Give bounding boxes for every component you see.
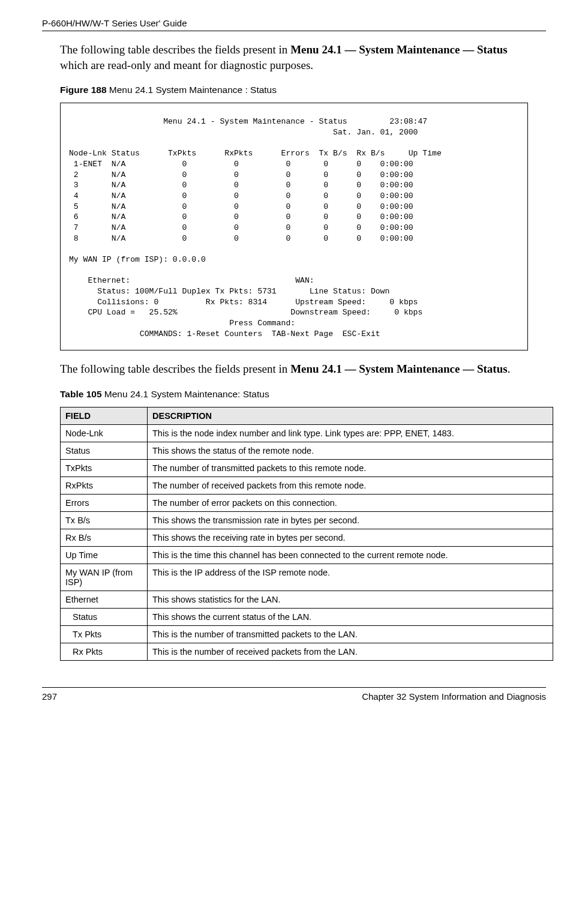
cell-desc: This is the IP address of the ISP remote…: [148, 564, 553, 591]
cell-field: Node-Lnk: [61, 425, 148, 442]
term-header: Node-Lnk Status TxPkts RxPkts Errors Tx …: [69, 149, 442, 158]
cell-desc: This shows the status of the remote node…: [148, 442, 553, 460]
description-table: FIELD DESCRIPTION Node-LnkThis is the no…: [60, 407, 553, 661]
term-wan-ip: My WAN IP (from ISP): 0.0.0.0: [69, 255, 206, 264]
footer-page-number: 297: [42, 691, 57, 702]
term-row-6: 7 N/A 0 0 0 0 0 0:00:00: [69, 223, 413, 232]
table-title: Menu 24.1 System Maintenance: Status: [102, 389, 269, 399]
table-row: Node-LnkThis is the node index number an…: [61, 425, 553, 442]
table-row: Tx PktsThis is the number of transmitted…: [61, 626, 553, 643]
table-lead: Table 105: [60, 389, 102, 399]
page-footer: 297 Chapter 32 System Information and Di…: [42, 687, 546, 702]
cell-desc: This shows the transmission rate in byte…: [148, 512, 553, 529]
term-press: Press Command:: [69, 319, 295, 328]
cell-field: Tx B/s: [61, 512, 148, 529]
para2-before: The following table describes the fields…: [60, 362, 290, 375]
cell-desc: This shows the receiving rate in bytes p…: [148, 529, 553, 547]
table-row: Tx B/sThis shows the transmission rate i…: [61, 512, 553, 529]
cell-field: Status: [61, 442, 148, 460]
table-row: My WAN IP (from ISP)This is the IP addre…: [61, 564, 553, 591]
cell-desc: This shows statistics for the LAN.: [148, 591, 553, 609]
cell-field: Status: [61, 609, 148, 626]
th-field: FIELD: [61, 407, 148, 425]
term-date: Sat. Jan. 01, 2000: [69, 128, 418, 137]
cell-desc: This is the time this channel has been c…: [148, 547, 553, 564]
term-row-4: 5 N/A 0 0 0 0 0 0:00:00: [69, 202, 413, 211]
th-desc: DESCRIPTION: [148, 407, 553, 425]
paragraph-2: The following table describes the fields…: [60, 361, 528, 377]
table-header-row: FIELD DESCRIPTION: [61, 407, 553, 425]
terminal-box: Menu 24.1 - System Maintenance - Status …: [60, 103, 528, 350]
term-row-5: 6 N/A 0 0 0 0 0 0:00:00: [69, 212, 413, 221]
footer-chapter: Chapter 32 System Information and Diagno…: [362, 691, 546, 702]
term-eth-hdr: Ethernet: WAN:: [69, 276, 314, 285]
cell-field: Ethernet: [61, 591, 148, 609]
table-row: TxPktsThe number of transmitted packets …: [61, 460, 553, 477]
para1-before: The following table describes the fields…: [60, 43, 290, 56]
para2-after: .: [508, 362, 511, 375]
cell-field: Rx B/s: [61, 529, 148, 547]
table-caption: Table 105 Menu 24.1 System Maintenance: …: [60, 389, 528, 400]
cell-field: RxPkts: [61, 477, 148, 495]
paragraph-1: The following table describes the fields…: [60, 42, 528, 73]
cell-field: Tx Pkts: [61, 626, 148, 643]
cell-desc: The number of transmitted packets to thi…: [148, 460, 553, 477]
cell-desc: This is the number of transmitted packet…: [148, 626, 553, 643]
cell-desc: This shows the current status of the LAN…: [148, 609, 553, 626]
running-head: P-660H/HW/W-T Series User' Guide: [42, 14, 546, 31]
cell-desc: The number of received packets from this…: [148, 477, 553, 495]
cell-desc: The number of error packets on this conn…: [148, 495, 553, 512]
cell-field: Errors: [61, 495, 148, 512]
figure-lead: Figure 188: [60, 85, 107, 95]
page: P-660H/HW/W-T Series User' Guide The fol…: [0, 0, 588, 702]
term-row-3: 4 N/A 0 0 0 0 0 0:00:00: [69, 191, 413, 200]
table-row: RxPktsThe number of received packets fro…: [61, 477, 553, 495]
para1-after: which are read-only and meant for diagno…: [60, 59, 313, 71]
para2-bold: Menu 24.1 — System Maintenance — Status: [290, 362, 508, 375]
para1-bold: Menu 24.1 — System Maintenance — Status: [290, 43, 508, 56]
table-row: Up TimeThis is the time this channel has…: [61, 547, 553, 564]
table-row: StatusThis shows the status of the remot…: [61, 442, 553, 460]
term-commands: COMMANDS: 1-Reset Counters TAB-Next Page…: [69, 329, 380, 338]
table-row: StatusThis shows the current status of t…: [61, 609, 553, 626]
cell-field: My WAN IP (from ISP): [61, 564, 148, 591]
cell-field: Rx Pkts: [61, 643, 148, 661]
cell-field: Up Time: [61, 547, 148, 564]
table-row: Rx PktsThis is the number of received pa…: [61, 643, 553, 661]
term-row-0: 1-ENET N/A 0 0 0 0 0 0:00:00: [69, 160, 413, 169]
figure-title: Menu 24.1 System Maintenance : Status: [107, 85, 277, 95]
term-row-1: 2 N/A 0 0 0 0 0 0:00:00: [69, 170, 413, 179]
term-cpu: CPU Load = 25.52% Downstream Speed: 0 kb…: [69, 308, 422, 317]
term-row-2: 3 N/A 0 0 0 0 0 0:00:00: [69, 181, 413, 190]
table-row: Rx B/sThis shows the receiving rate in b…: [61, 529, 553, 547]
term-eth-coll: Collisions: 0 Rx Pkts: 8314 Upstream Spe…: [69, 298, 418, 307]
term-eth-status: Status: 100M/Full Duplex Tx Pkts: 5731 L…: [69, 287, 389, 296]
cell-field: TxPkts: [61, 460, 148, 477]
term-title: Menu 24.1 - System Maintenance - Status …: [69, 117, 427, 126]
table-row: EthernetThis shows statistics for the LA…: [61, 591, 553, 609]
table-row: ErrorsThe number of error packets on thi…: [61, 495, 553, 512]
term-row-7: 8 N/A 0 0 0 0 0 0:00:00: [69, 234, 413, 243]
cell-desc: This is the number of received packets f…: [148, 643, 553, 661]
figure-caption: Figure 188 Menu 24.1 System Maintenance …: [60, 85, 528, 95]
cell-desc: This is the node index number and link t…: [148, 425, 553, 442]
